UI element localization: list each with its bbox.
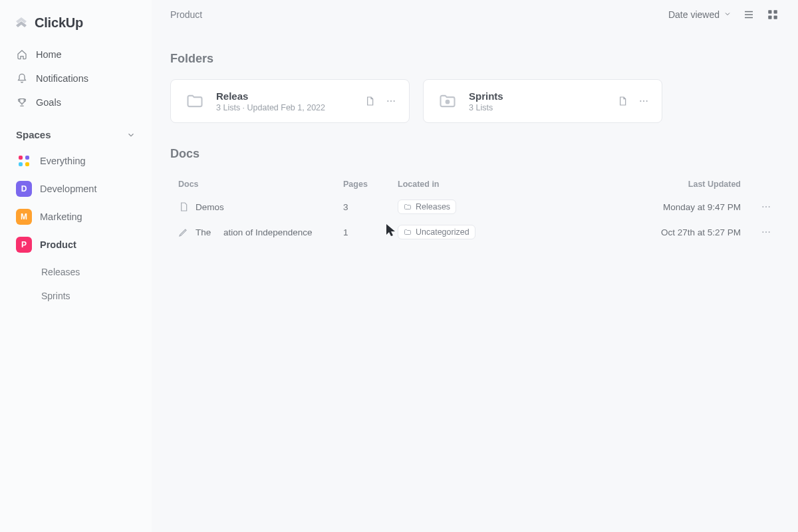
folders-row: Releas 3 Lists · Updated Feb 1, 2022 Spr…	[170, 79, 779, 123]
space-marketing-label: Marketing	[40, 211, 82, 222]
folder-sprint-icon	[436, 89, 460, 113]
nav-notifications-label: Notifications	[36, 73, 88, 84]
home-icon	[16, 49, 28, 61]
more-icon[interactable]	[385, 95, 397, 107]
grid-icon	[16, 153, 32, 169]
located-label: Uncategorized	[416, 227, 469, 237]
file-icon[interactable]	[364, 95, 376, 107]
spaces-section-label: Spaces	[16, 129, 51, 140]
space-development[interactable]: D Development	[9, 175, 142, 203]
svg-point-4	[387, 100, 388, 102]
svg-point-16	[769, 231, 770, 233]
bell-icon	[16, 72, 28, 84]
svg-point-14	[762, 231, 763, 233]
col-pages: Pages	[338, 180, 398, 189]
doc-pages: 1	[338, 227, 398, 237]
svg-point-11	[762, 206, 763, 207]
folder-name: Releas	[216, 90, 325, 102]
svg-point-15	[765, 231, 767, 233]
col-updated: Last Updated	[618, 180, 745, 189]
row-more-button[interactable]	[745, 201, 771, 212]
svg-rect-0	[768, 10, 771, 13]
docs-table-head: Docs Pages Located in Last Updated	[170, 174, 779, 194]
spaces-section-toggle[interactable]: Spaces	[9, 114, 142, 147]
folder-card-actions	[616, 95, 650, 107]
doc-icon	[178, 201, 189, 212]
pen-icon	[178, 227, 189, 237]
folder-subtitle: 3 Lists · Updated Feb 1, 2022	[216, 103, 325, 112]
space-badge-development: D	[16, 181, 32, 197]
col-docs: Docs	[178, 180, 338, 189]
nav-goals-label: Goals	[36, 97, 61, 108]
main-area: Product Date viewed Folders Releas	[152, 0, 798, 532]
chevron-down-icon	[724, 9, 732, 20]
row-more-button[interactable]	[745, 227, 771, 237]
nav-everything[interactable]: Everything	[9, 147, 142, 175]
docs-title: Docs	[170, 147, 779, 161]
nav-home-label: Home	[36, 49, 62, 60]
folder-card-releases[interactable]: Releas 3 Lists · Updated Feb 1, 2022	[170, 79, 410, 123]
nav-notifications[interactable]: Notifications	[9, 66, 142, 90]
brand-logo[interactable]: ClickUp	[9, 15, 142, 43]
svg-point-9	[643, 100, 644, 102]
svg-point-8	[640, 100, 641, 102]
svg-rect-1	[774, 10, 777, 13]
space-product-label: Product	[40, 239, 76, 250]
folder-card-actions	[364, 95, 397, 107]
doc-pages: 3	[338, 202, 398, 212]
doc-updated: Monday at 9:47 PM	[618, 202, 745, 212]
space-badge-marketing: M	[16, 209, 32, 225]
list-view-button[interactable]	[742, 8, 755, 21]
svg-point-12	[765, 206, 767, 207]
folder-name: Sprints	[469, 90, 503, 102]
doc-row-demos[interactable]: Demos 3 Releases Monday at 9:47 PM	[170, 194, 779, 219]
space-product[interactable]: P Product	[9, 231, 142, 259]
more-icon[interactable]	[638, 95, 650, 107]
sort-button[interactable]: Date viewed	[668, 9, 732, 20]
folders-title: Folders	[170, 52, 779, 66]
sidebar: ClickUp Home Notifications Goals Spaces …	[0, 0, 152, 532]
chevron-down-icon	[126, 130, 136, 140]
svg-rect-2	[768, 16, 771, 19]
svg-point-10	[646, 100, 648, 102]
space-child-sprints[interactable]: Sprints	[41, 285, 142, 307]
trophy-icon	[16, 96, 28, 108]
space-child-releases[interactable]: Releases	[41, 261, 142, 283]
located-chip[interactable]: Releases	[398, 200, 456, 214]
svg-point-5	[390, 100, 392, 102]
space-product-children: Releases Sprints	[9, 261, 142, 307]
folder-card-sprints[interactable]: Sprints 3 Lists	[423, 79, 662, 123]
doc-updated: Oct 27th at 5:27 PM	[618, 227, 745, 237]
sort-label: Date viewed	[668, 9, 720, 20]
col-located: Located in	[398, 180, 618, 189]
space-marketing[interactable]: M Marketing	[9, 203, 142, 231]
svg-point-6	[394, 100, 395, 102]
doc-row-declaration[interactable]: The ation of Independence 1 Uncategorize…	[170, 219, 779, 245]
located-label: Releases	[416, 202, 450, 211]
doc-name-text: Demos	[196, 202, 224, 212]
file-icon[interactable]	[616, 95, 628, 107]
svg-point-7	[446, 100, 450, 104]
folder-icon	[183, 89, 207, 113]
svg-rect-3	[774, 16, 777, 19]
nav-everything-label: Everything	[40, 156, 86, 166]
topbar-right: Date viewed	[668, 8, 779, 21]
breadcrumb[interactable]: Product	[170, 9, 202, 20]
located-chip[interactable]: Uncategorized	[398, 225, 475, 239]
folder-subtitle: 3 Lists	[469, 103, 503, 112]
nav-home[interactable]: Home	[9, 43, 142, 66]
svg-point-13	[769, 206, 770, 207]
nav-goals[interactable]: Goals	[9, 90, 142, 114]
doc-name-text: The ation of Independence	[196, 227, 313, 237]
grid-view-button[interactable]	[766, 8, 779, 21]
space-development-label: Development	[40, 184, 96, 194]
brand-name: ClickUp	[35, 15, 83, 31]
clickup-logo-icon	[13, 15, 29, 31]
space-badge-product: P	[16, 237, 32, 253]
topbar: Product Date viewed	[170, 7, 779, 28]
